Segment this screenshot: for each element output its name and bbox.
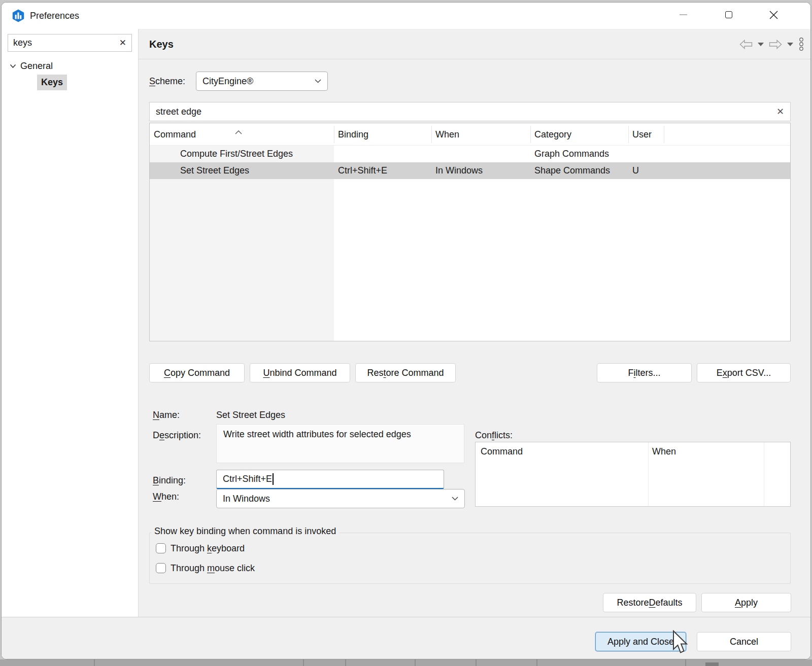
maximize-button[interactable] [714,3,743,27]
binding-value: Ctrl+Shift+E [223,474,272,484]
command-filter-clear-icon[interactable]: ✕ [776,107,784,116]
restore-command-button[interactable]: Restore Command [355,363,456,382]
forward-arrow-icon[interactable] [769,40,782,49]
through-mouse-click-checkbox[interactable] [156,563,166,573]
column-header-user[interactable]: User [632,123,652,146]
through-keyboard-checkbox[interactable] [156,543,166,553]
table-header: Command Binding When Category User [150,123,790,146]
text-caret [273,473,274,485]
dialog-button-bar: Apply and Close Cancel [2,617,811,659]
mouse-cursor [672,630,689,656]
through-keyboard-label: Through keyboard [171,543,245,554]
scheme-select-value: CityEngine® [202,76,315,87]
table-row-set-street-edges[interactable]: Set Street Edges Ctrl+Shift+E In Windows… [150,162,790,179]
copy-command-button[interactable]: Copy Command [149,363,245,382]
chevron-down-icon[interactable] [10,64,16,68]
preferences-sidebar: keys ✕ General Keys [2,29,139,617]
forward-history-dropdown-icon[interactable] [787,43,793,46]
scheme-label: Scheme: [149,72,185,91]
minimize-icon [680,14,687,15]
description-value: Write street width attributes for select… [216,424,464,463]
binding-input[interactable]: Ctrl+Shift+E [216,470,444,489]
filters-button[interactable]: Filters... [597,363,692,382]
cancel-button[interactable]: Cancel [697,632,791,651]
conflicts-table: Command When [475,442,791,507]
when-label: When: [153,490,179,503]
sidebar-filter-value: keys [13,38,119,48]
export-csv-button[interactable]: Export CSV... [697,363,791,382]
command-filter-input[interactable]: street edge ✕ [149,102,791,121]
sidebar-filter-input[interactable]: keys ✕ [8,34,132,52]
window-title: Preferences [30,3,79,29]
group-title: Show key binding when command is invoked [151,526,339,537]
minimize-button[interactable] [668,3,698,27]
close-icon [769,11,778,19]
show-key-binding-group: Show key binding when command is invoked… [149,533,791,584]
back-arrow-icon[interactable] [739,40,753,49]
through-keyboard-option[interactable]: Through keyboard [156,542,245,554]
chevron-down-icon [452,497,458,501]
tree-item-general[interactable]: General [10,58,53,74]
cell-command: Compute First/Street Edges [180,146,293,162]
description-label: Description: [153,429,201,442]
sort-ascending-icon [235,130,242,134]
cell-category: Shape Commands [534,162,610,179]
sidebar-filter-clear-icon[interactable]: ✕ [119,39,126,47]
through-mouse-click-option[interactable]: Through mouse click [156,562,255,574]
conflicts-column-command: Command [481,446,523,457]
back-history-dropdown-icon[interactable] [758,43,764,46]
cityengine-logo-icon [12,9,25,22]
close-button[interactable] [759,3,788,27]
table-row-compute-first-street-edges[interactable]: Compute First/Street Edges Graph Command… [150,146,790,162]
apply-button[interactable]: Apply [701,593,791,612]
cell-command: Set Street Edges [180,162,249,179]
key-bindings-table[interactable]: Command Binding When Category User Compu… [149,123,791,341]
scheme-select[interactable]: CityEngine® [196,72,328,91]
tree-item-general-label: General [20,61,53,72]
binding-label: Binding: [153,474,186,487]
command-filter-value: street edge [156,107,776,117]
maximize-icon [725,11,732,18]
restore-defaults-button[interactable]: Restore Defaults [603,593,696,612]
cell-binding: Ctrl+Shift+E [338,162,387,179]
when-select-value: In Windows [223,494,452,504]
column-header-when[interactable]: When [435,123,459,146]
page-header: Keys [139,29,811,59]
when-select[interactable]: In Windows [216,489,465,508]
title-bar[interactable]: Preferences [2,3,810,29]
page-nav-toolbar [739,29,804,59]
cell-user: U [632,162,639,179]
cell-when: In Windows [435,162,483,179]
background-window-strip [0,659,812,666]
name-label: Name: [153,408,180,422]
through-mouse-click-label: Through mouse click [171,563,255,574]
chevron-down-icon [315,79,321,83]
view-menu-icon[interactable] [798,37,804,51]
page-title: Keys [149,29,174,59]
conflicts-label: Conflicts: [475,429,513,442]
tree-item-keys[interactable]: Keys [37,75,67,90]
column-header-category[interactable]: Category [534,123,571,146]
cell-category: Graph Commands [534,146,609,162]
column-header-command[interactable]: Command [154,123,196,146]
name-value: Set Street Edges [216,408,285,422]
column-header-binding[interactable]: Binding [338,123,368,146]
conflicts-column-when: When [652,446,676,457]
unbind-command-button[interactable]: Unbind Command [250,363,350,382]
preferences-dialog: Preferences keys ✕ General Keys Keys [1,2,811,659]
